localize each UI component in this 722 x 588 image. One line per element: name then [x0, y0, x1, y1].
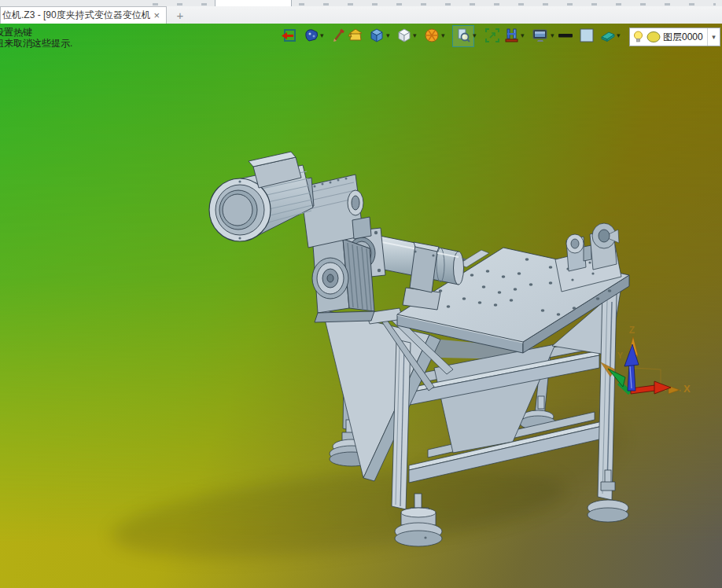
tab-title: 位机.Z3 - [90度夹持式变位器变位机] [2, 9, 150, 22]
line-color-icon[interactable] [578, 27, 595, 44]
axis-z-label: Z [629, 325, 635, 336]
layer-name: 图层0000 [663, 31, 705, 44]
screen-display-dropdown[interactable]: ▾ [551, 32, 554, 39]
brush-icon[interactable] [330, 27, 348, 44]
datum-display-dropdown[interactable]: ▾ [521, 32, 525, 39]
bulb-icon [632, 29, 644, 45]
section-view-dropdown[interactable]: ▾ [441, 32, 445, 39]
tab-document[interactable]: 位机.Z3 - [90度夹持式变位器变位机] × [0, 6, 167, 24]
axis-y-label: Y [617, 351, 624, 360]
section-view-icon[interactable] [423, 27, 440, 44]
electric-motor [209, 152, 314, 241]
layer-combo-dropdown[interactable]: ▾ [707, 28, 720, 46]
eraser-icon[interactable] [599, 27, 617, 44]
wireframe-display-dropdown[interactable]: ▾ [413, 32, 417, 39]
zoom-preview-icon[interactable] [455, 27, 472, 44]
wireframe-display-icon[interactable] [396, 27, 413, 44]
shaded-display-dropdown[interactable]: ▾ [386, 32, 390, 39]
layer-combo[interactable]: 图层0000 ▾ [629, 28, 720, 46]
render-mode-icon[interactable] [303, 27, 320, 44]
unfold-box-icon[interactable] [348, 27, 365, 44]
model-90-degree-positioner: Z X Y [0, 24, 722, 588]
line-width-icon[interactable] [557, 27, 574, 44]
layer-color-icon [646, 29, 661, 45]
shaded-display-icon[interactable] [368, 27, 385, 44]
screen-display-icon[interactable] [532, 27, 549, 44]
tab-bar: 位机.Z3 - [90度夹持式变位器变位机] × + [0, 6, 722, 24]
view-reset-icon[interactable] [280, 27, 297, 44]
axis-x-label: X [683, 383, 691, 395]
active-tool-highlight [452, 25, 474, 47]
new-tab-button[interactable]: + [171, 8, 189, 22]
eraser-dropdown[interactable]: ▾ [617, 32, 621, 39]
zoom-preview-dropdown[interactable]: ▾ [473, 32, 477, 39]
tab-close-icon[interactable]: × [150, 10, 163, 20]
render-mode-dropdown[interactable]: ▾ [320, 32, 324, 39]
fit-window-icon[interactable] [484, 27, 501, 44]
datum-display-icon[interactable] [503, 27, 521, 44]
3d-viewport[interactable]: 设置热键 钮来取消这些提示. [0, 24, 722, 588]
